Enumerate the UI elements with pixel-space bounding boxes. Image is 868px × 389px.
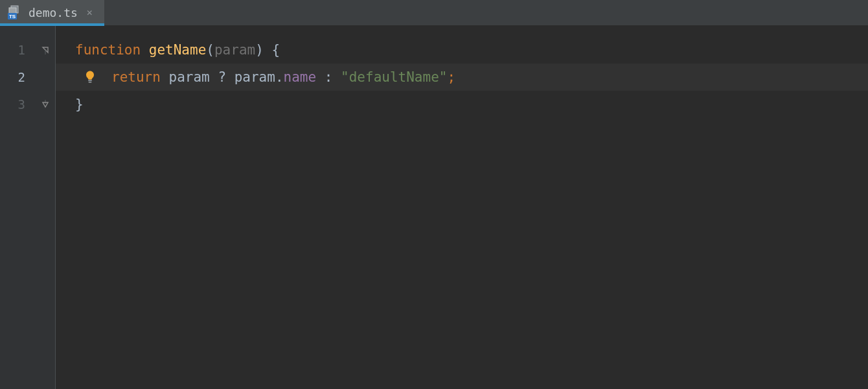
- token-ghost: param: [214, 42, 255, 58]
- fold-strip[interactable]: [36, 26, 55, 389]
- token-prop: name: [284, 69, 325, 85]
- line-number[interactable]: 1: [0, 36, 36, 64]
- line-number[interactable]: 3: [0, 91, 36, 118]
- svg-text:TS: TS: [9, 14, 16, 19]
- svg-rect-9: [89, 82, 92, 82]
- token-punc: (: [206, 42, 214, 58]
- intention-bulb-icon[interactable]: [83, 70, 97, 84]
- code-line[interactable]: }: [56, 91, 868, 118]
- token-semi: ;: [447, 69, 455, 85]
- fold-open-icon[interactable]: [36, 36, 55, 64]
- tab-filename: demo.ts: [29, 6, 78, 19]
- fold-blank: [36, 64, 55, 91]
- svg-rect-8: [88, 80, 92, 82]
- token-ident: param: [169, 69, 218, 85]
- token-fn: getName: [149, 42, 207, 58]
- token-kw: return: [111, 69, 169, 85]
- fold-close-icon[interactable]: [36, 91, 55, 118]
- token-punc: {: [264, 42, 280, 58]
- token-punc: ): [255, 42, 264, 58]
- token-punc: ?: [218, 69, 234, 85]
- token-punc: :: [325, 69, 341, 85]
- token-ident: param: [234, 69, 275, 85]
- typescript-file-icon: TS: [8, 5, 22, 19]
- token-punc: }: [75, 97, 84, 112]
- token-str: "defaultName": [341, 69, 447, 85]
- token-kw: function: [75, 42, 149, 58]
- tab-bar: TS demo.ts ✕: [0, 0, 868, 26]
- token-punc: .: [275, 69, 284, 85]
- line-number-gutter[interactable]: 123: [0, 26, 36, 389]
- line-number[interactable]: 2: [0, 64, 36, 91]
- tab-demo-ts[interactable]: TS demo.ts ✕: [0, 0, 104, 25]
- close-tab-button[interactable]: ✕: [84, 4, 95, 21]
- code-area[interactable]: function getName(param) {return param ? …: [56, 26, 868, 389]
- editor: 123 function getName(param) {return para…: [0, 26, 868, 389]
- code-line[interactable]: function getName(param) {: [56, 36, 868, 64]
- code-line[interactable]: return param ? param.name : "defaultName…: [56, 64, 868, 91]
